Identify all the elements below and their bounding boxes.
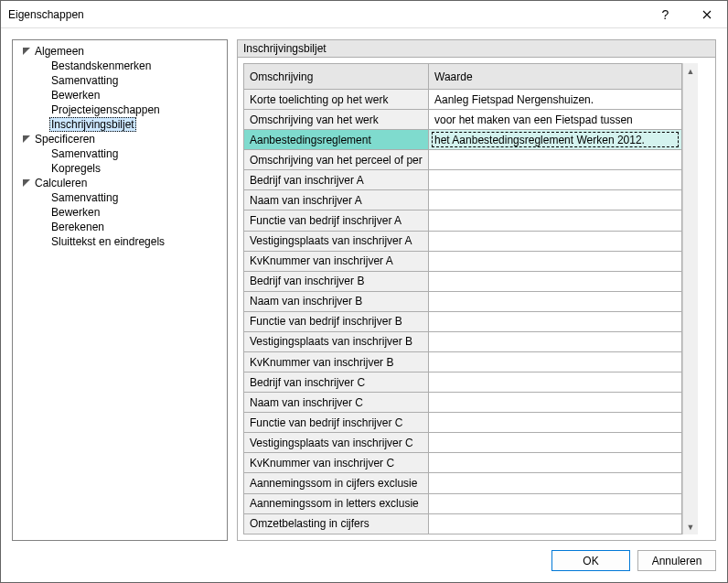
property-value-cell[interactable] <box>429 331 682 351</box>
table-row[interactable]: Bedrijf van inschrijver A <box>244 170 682 190</box>
property-value-cell[interactable] <box>429 251 682 271</box>
table-row[interactable]: Naam van inschrijver B <box>244 291 682 311</box>
ok-button[interactable]: OK <box>551 550 630 571</box>
table-row[interactable]: KvKnummer van inschrijver B <box>244 352 682 372</box>
expand-collapse-icon[interactable] <box>20 179 33 187</box>
tree-group[interactable]: Specificeren <box>15 132 225 146</box>
table-row[interactable]: Functie van bedrijf inschrijver C <box>244 413 682 433</box>
property-name-cell[interactable]: Vestigingsplaats van inschrijver B <box>244 331 429 351</box>
tree-item[interactable]: Samenvatting <box>15 190 225 205</box>
table-row[interactable]: KvKnummer van inschrijver A <box>244 251 682 271</box>
property-name-cell[interactable]: Vestigingsplaats van inschrijver C <box>244 433 429 453</box>
tree-item[interactable]: Inschrijvingsbiljet <box>15 117 225 132</box>
table-row[interactable]: Omschrijving van het werkvoor het maken … <box>244 110 682 130</box>
property-name-cell[interactable]: Bedrijf van inschrijver B <box>244 271 429 291</box>
property-value-cell[interactable] <box>429 352 682 372</box>
tree-item[interactable]: Kopregels <box>15 161 225 176</box>
tree-item-label: Samenvatting <box>49 73 120 88</box>
titlebar: Eigenschappen ? <box>1 1 727 28</box>
table-row[interactable]: Vestigingsplaats van inschrijver C <box>244 433 682 453</box>
property-value-cell[interactable] <box>429 413 682 433</box>
table-row[interactable]: Omschrijving van het perceel of per <box>244 150 682 170</box>
property-name-cell[interactable]: Naam van inschrijver B <box>244 291 429 311</box>
property-value-cell[interactable] <box>429 190 682 211</box>
table-row[interactable]: Aannemingssom in cijfers exclusie <box>244 473 682 493</box>
table-row[interactable]: Bedrijf van inschrijver C <box>244 372 682 393</box>
property-value-cell[interactable] <box>429 513 682 534</box>
property-value-cell[interactable] <box>429 211 682 231</box>
table-row[interactable]: Korte toelichting op het werkAanleg Fiet… <box>244 90 682 110</box>
property-name-cell[interactable]: KvKnummer van inschrijver A <box>244 251 429 271</box>
tree-item[interactable]: Samenvatting <box>15 146 225 161</box>
table-row[interactable]: KvKnummer van inschrijver C <box>244 453 682 473</box>
tree-item[interactable]: Samenvatting <box>15 73 225 88</box>
table-row[interactable]: Omzetbelasting in cijfers <box>244 513 682 534</box>
tree-item[interactable]: Bestandskenmerken <box>15 59 225 73</box>
property-name-cell[interactable]: Bedrijf van inschrijver C <box>244 372 429 393</box>
properties-grid[interactable]: Omschrijving Waarde Korte toelichting op… <box>243 63 682 534</box>
table-row[interactable]: Functie van bedrijf inschrijver B <box>244 311 682 331</box>
vertical-scrollbar[interactable]: ▲ ▼ <box>682 63 698 534</box>
property-value-cell[interactable] <box>429 372 682 393</box>
tree-group-label: Calculeren <box>33 176 89 190</box>
property-name-cell[interactable]: Naam van inschrijver C <box>244 393 429 413</box>
grid-container: Omschrijving Waarde Korte toelichting op… <box>237 57 716 541</box>
table-row[interactable]: Aannemingssom in letters exclusie <box>244 493 682 513</box>
property-value-cell[interactable]: voor het maken van een Fietspad tussen <box>429 110 682 130</box>
property-name-cell[interactable]: Omschrijving van het perceel of per <box>244 150 429 170</box>
property-name-cell[interactable]: Naam van inschrijver A <box>244 190 429 211</box>
cancel-button[interactable]: Annuleren <box>637 550 716 571</box>
table-row[interactable]: Aanbestedingsreglementhet Aanbestedingsr… <box>244 130 682 150</box>
table-row[interactable]: Bedrijf van inschrijver B <box>244 271 682 291</box>
property-value-cell[interactable]: Aanleg Fietspad Nergenshuizen. <box>429 90 682 110</box>
property-value-cell[interactable] <box>429 150 682 170</box>
property-name-cell[interactable]: KvKnummer van inschrijver C <box>244 453 429 473</box>
property-value-cell[interactable] <box>429 311 682 331</box>
table-row[interactable]: Vestigingsplaats van inschrijver A <box>244 231 682 251</box>
property-value-cell[interactable] <box>429 291 682 311</box>
property-value-cell[interactable] <box>429 433 682 453</box>
properties-panel: Inschrijvingsbiljet Omschrijving Waarde … <box>237 39 716 541</box>
tree-group[interactable]: Algemeen <box>15 44 225 59</box>
property-value-cell[interactable] <box>429 453 682 473</box>
property-name-cell[interactable]: Bedrijf van inschrijver A <box>244 170 429 190</box>
tree-item[interactable]: Berekenen <box>15 220 225 234</box>
property-name-cell[interactable]: Aannemingssom in cijfers exclusie <box>244 473 429 493</box>
property-value-cell[interactable] <box>429 170 682 190</box>
help-button[interactable]: ? <box>645 1 686 27</box>
close-button[interactable] <box>686 1 727 27</box>
table-row[interactable]: Naam van inschrijver C <box>244 393 682 413</box>
tree-item-label: Berekenen <box>49 220 106 234</box>
table-row[interactable]: Naam van inschrijver A <box>244 190 682 211</box>
property-value-cell[interactable]: het Aanbestedingsreglement Werken 2012. <box>429 130 682 150</box>
property-name-cell[interactable]: Vestigingsplaats van inschrijver A <box>244 231 429 251</box>
property-name-cell[interactable]: Aannemingssom in letters exclusie <box>244 493 429 513</box>
tree-group[interactable]: Calculeren <box>15 176 225 190</box>
property-value-cell[interactable] <box>429 473 682 493</box>
expand-collapse-icon[interactable] <box>20 48 33 55</box>
scroll-down-icon[interactable]: ▼ <box>683 519 698 534</box>
expand-collapse-icon[interactable] <box>20 135 33 143</box>
property-value-cell[interactable] <box>429 271 682 291</box>
tree-item[interactable]: Bewerken <box>15 88 225 103</box>
property-value-cell[interactable] <box>429 493 682 513</box>
table-row[interactable]: Vestigingsplaats van inschrijver B <box>244 331 682 351</box>
tree-item[interactable]: Projecteigenschappen <box>15 103 225 117</box>
table-row[interactable]: Functie van bedrijf inschrijver A <box>244 211 682 231</box>
tree-item[interactable]: Bewerken <box>15 205 225 220</box>
property-name-cell[interactable]: KvKnummer van inschrijver B <box>244 352 429 372</box>
property-name-cell[interactable]: Omzetbelasting in cijfers <box>244 513 429 534</box>
column-header-value[interactable]: Waarde <box>429 64 682 90</box>
property-name-cell[interactable]: Omschrijving van het werk <box>244 110 429 130</box>
property-name-cell[interactable]: Aanbestedingsreglement <box>244 130 429 150</box>
property-value-cell[interactable] <box>429 393 682 413</box>
property-name-cell[interactable]: Korte toelichting op het werk <box>244 90 429 110</box>
property-name-cell[interactable]: Functie van bedrijf inschrijver A <box>244 211 429 231</box>
property-value-cell[interactable] <box>429 231 682 251</box>
tree-panel: AlgemeenBestandskenmerkenSamenvattingBew… <box>12 39 228 541</box>
property-name-cell[interactable]: Functie van bedrijf inschrijver B <box>244 311 429 331</box>
scroll-up-icon[interactable]: ▲ <box>683 63 698 79</box>
property-name-cell[interactable]: Functie van bedrijf inschrijver C <box>244 413 429 433</box>
column-header-description[interactable]: Omschrijving <box>244 64 429 90</box>
tree-item[interactable]: Sluittekst en eindregels <box>15 234 225 249</box>
